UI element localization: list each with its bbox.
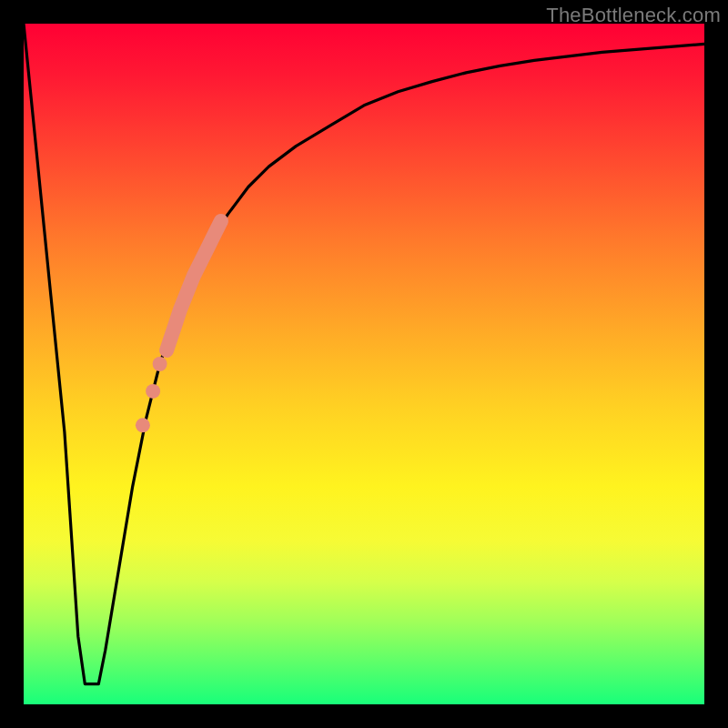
marker-dot: [136, 418, 150, 432]
curve-line: [24, 24, 704, 684]
chart-frame: TheBottleneck.com: [0, 0, 728, 728]
marker-dot: [146, 384, 160, 399]
chart-svg: [24, 24, 704, 704]
highlight-segment: [167, 221, 221, 350]
watermark-text: TheBottleneck.com: [546, 4, 721, 27]
plot-area: [24, 24, 704, 704]
marker-dot: [153, 357, 167, 371]
marker-group: [136, 357, 167, 432]
